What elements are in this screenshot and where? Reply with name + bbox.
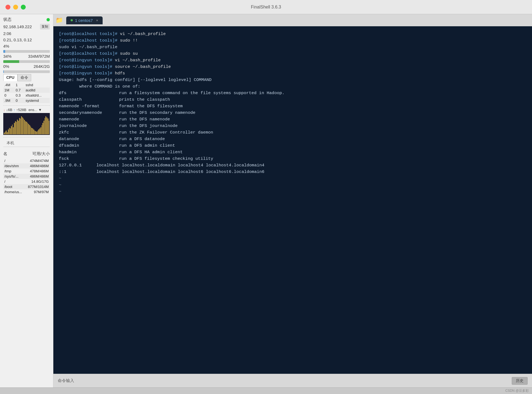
chart-bar bbox=[19, 118, 20, 134]
terminal-line: 127.0.0.1 localhost localhost.localdomai… bbox=[59, 162, 527, 169]
cmd-desc: run a DFS datanode bbox=[119, 137, 165, 141]
chart-bar bbox=[37, 131, 38, 134]
proc-name: auditd bbox=[25, 88, 50, 93]
swap-progress-container bbox=[3, 70, 50, 73]
cmd-desc: run the DFS journalnode bbox=[119, 123, 178, 128]
prompt-text: [root@localhost tools]# bbox=[59, 51, 117, 56]
cmd-name: dfsadmin bbox=[59, 142, 119, 149]
tab-close-button[interactable]: × bbox=[96, 18, 98, 22]
chart-bar bbox=[28, 124, 29, 134]
window-controls[interactable] bbox=[5, 5, 26, 10]
terminal-line: datanoderun a DFS datanode bbox=[59, 136, 527, 142]
disk-row: /sys/fs/...486M/486M bbox=[3, 174, 50, 179]
process-row: .4M1sshd bbox=[3, 82, 50, 88]
cmd-desc: run the DFS secondary namenode bbox=[119, 110, 195, 115]
net-up-value: ↑528B bbox=[16, 108, 26, 112]
command-input-bar: 命令输入 历史 bbox=[53, 374, 532, 387]
terminal-line: [root@localhost tools]# vi ~/.bash_profi… bbox=[59, 31, 527, 37]
sidebar-tabs[interactable]: CPU 命令 bbox=[3, 74, 50, 81]
process-row: 1M0.7auditd bbox=[3, 88, 50, 93]
sidebar-divider-2 bbox=[3, 137, 50, 137]
proc-cpu: 0 bbox=[15, 98, 24, 103]
proc-name: xfsaild/d... bbox=[25, 93, 50, 98]
chart-bar bbox=[45, 118, 45, 134]
chart-bar bbox=[16, 122, 17, 134]
net-row: ↓ ↓6B ↑ ↑528B ens... ▼ bbox=[3, 108, 50, 112]
disk-row: /474M/474M bbox=[3, 158, 50, 163]
terminal-line: ~ bbox=[59, 182, 527, 188]
disk-name: /sys/fs/... bbox=[3, 174, 25, 179]
host-names: localhost localhost.localdomain localhos… bbox=[96, 169, 264, 174]
disk-col1: 名 bbox=[3, 151, 7, 157]
disk-row: /tmp478M/486M bbox=[3, 169, 50, 174]
history-button[interactable]: 历史 bbox=[512, 377, 528, 385]
disk-size: 877M/1014M bbox=[25, 184, 50, 189]
load-row: 0.21, 0.13, 0.12 bbox=[3, 37, 50, 42]
mem-bar-row: 34% 334M/972M bbox=[3, 54, 50, 63]
cmd-text: vi ~/.bash_profile bbox=[112, 58, 161, 63]
status-dot bbox=[47, 18, 50, 21]
disk-row: /home/us...97M/97M bbox=[3, 189, 50, 195]
maximize-button[interactable] bbox=[21, 5, 26, 10]
tilde: ~ bbox=[59, 189, 61, 194]
terminal-line: namenode -formatformat the DFS filesyste… bbox=[59, 103, 527, 109]
proc-name: sshd bbox=[25, 82, 50, 88]
minimize-button[interactable] bbox=[13, 5, 18, 10]
cmd-text: source ~/.bash_profile bbox=[112, 64, 171, 69]
disk-header-row: 名 可用/大小 bbox=[3, 151, 50, 157]
net-dropdown-icon[interactable]: ▼ bbox=[38, 108, 42, 112]
chart-bar bbox=[20, 118, 21, 134]
chart-bars bbox=[3, 113, 50, 135]
bottom-bar: CSDN @豆多彩 bbox=[0, 387, 532, 394]
chart-bar bbox=[18, 121, 19, 134]
copy-button[interactable]: 复制 bbox=[40, 24, 50, 30]
process-row: .9M0systemd bbox=[3, 98, 50, 103]
disk-name: /dev/shm bbox=[3, 163, 25, 169]
proc-mem: 1M bbox=[3, 88, 15, 93]
tilde: ~ bbox=[59, 182, 61, 187]
app-title: FinalShell 3.6.3 bbox=[251, 5, 281, 10]
chart-bar bbox=[33, 129, 34, 134]
titlebar: FinalShell 3.6.3 bbox=[0, 0, 532, 14]
mem-detail: 334M/972M bbox=[28, 54, 50, 59]
terminal-line: ::1 localhost localhost.localdomain loca… bbox=[59, 169, 527, 175]
ip-value: 92.168.149.222 bbox=[3, 24, 32, 29]
cmd-desc: run a DFS admin client bbox=[119, 143, 175, 148]
close-button[interactable] bbox=[5, 5, 10, 10]
chart-bar bbox=[15, 121, 16, 134]
swap-detail: 264K/2G bbox=[34, 64, 50, 69]
tab-bar: 📁 1 centos7 × bbox=[53, 14, 532, 26]
chart-bar bbox=[42, 123, 43, 134]
terminal-tab-centos7[interactable]: 1 centos7 × bbox=[66, 16, 103, 24]
chart-bar bbox=[42, 125, 42, 134]
tab-command[interactable]: 命令 bbox=[18, 74, 31, 81]
chart-bar bbox=[38, 129, 39, 134]
chart-bar bbox=[27, 123, 28, 134]
chart-bar bbox=[34, 131, 35, 134]
tab-cpu[interactable]: CPU bbox=[3, 74, 18, 81]
chart-bar bbox=[9, 128, 10, 134]
net-chart bbox=[3, 113, 50, 135]
load-value: 0.21, 0.13, 0.12 bbox=[3, 37, 32, 42]
terminal-line: zkfcrun the ZK Failover Controller daemo… bbox=[59, 129, 527, 136]
proc-cpu: 0.7 bbox=[15, 88, 24, 93]
chart-bar bbox=[14, 123, 15, 134]
disk-table: /474M/474M/dev/shm486M/486M/tmp478M/486M… bbox=[3, 158, 50, 195]
cmd-name: namenode -format bbox=[59, 103, 119, 109]
terminal-line: [root@lingyun tools]# hdfs bbox=[59, 70, 527, 77]
net-iface: ens... bbox=[28, 108, 37, 112]
terminal-line: classpathprints the classpath bbox=[59, 96, 527, 103]
watermark: CSDN @豆多彩 bbox=[505, 389, 529, 393]
chart-bar bbox=[17, 120, 18, 134]
terminal-line: haadminrun a DFS HA admin client bbox=[59, 149, 527, 155]
chart-bar bbox=[4, 133, 5, 134]
sidebar-divider-1 bbox=[3, 105, 50, 106]
chart-bar bbox=[49, 121, 50, 134]
cmd-name: journalnode bbox=[59, 123, 119, 129]
cmd-desc: run the ZK Failover Controller daemon bbox=[119, 130, 213, 135]
chart-bar bbox=[24, 120, 25, 134]
cmd-text: hdfs bbox=[112, 71, 125, 76]
disk-name: / bbox=[3, 158, 25, 163]
command-input-field[interactable] bbox=[77, 378, 512, 383]
chart-bar bbox=[6, 131, 7, 134]
